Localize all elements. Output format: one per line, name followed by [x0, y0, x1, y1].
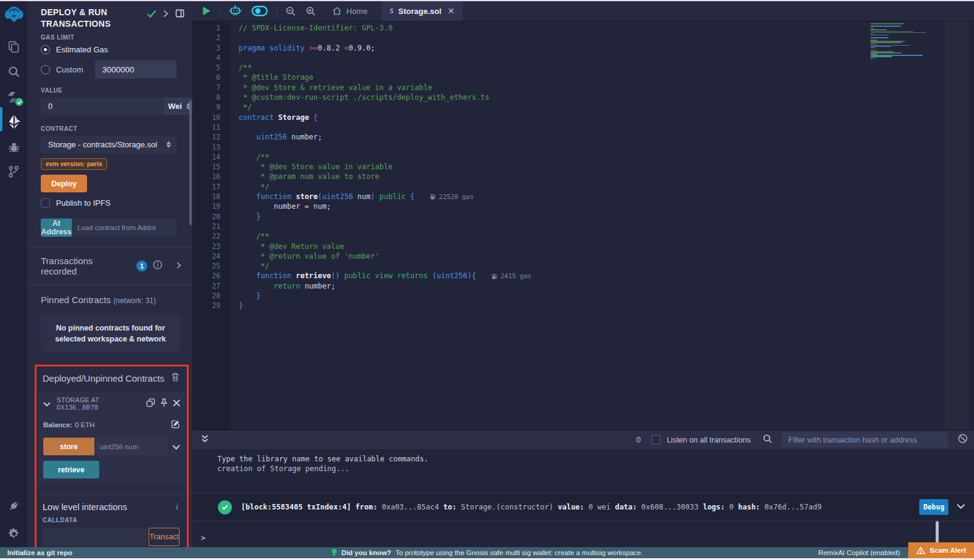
terminal-filter-input[interactable]: [782, 432, 948, 447]
tab-home[interactable]: Home: [324, 1, 376, 21]
value-label: VALUE: [41, 87, 192, 94]
code-line: * @param num value to store: [239, 172, 974, 181]
plugin-manager-icon[interactable]: [0, 495, 27, 516]
publish-ipfs-checkbox[interactable]: [41, 198, 50, 208]
remove-contract-icon[interactable]: [173, 398, 180, 409]
solidity-compiler-icon[interactable]: [0, 86, 27, 107]
transactions-info-icon[interactable]: [153, 260, 163, 272]
deploy-button[interactable]: Deploy: [41, 175, 87, 192]
code-line: */: [239, 261, 974, 271]
copilot-status[interactable]: RemixAI Copilot (enabled): [818, 549, 900, 556]
contract-label: CONTRACT: [41, 125, 192, 132]
panel-forward-icon[interactable]: [163, 9, 169, 20]
line-number: 11: [192, 122, 230, 132]
terminal-prompt[interactable]: >: [201, 533, 206, 542]
debugger-icon[interactable]: [0, 137, 27, 158]
line-number: 25: [192, 261, 230, 271]
code-line: [239, 142, 974, 152]
code-line: contract Storage {: [239, 113, 974, 122]
search-plugin-icon[interactable]: [0, 61, 27, 82]
pin-contract-icon[interactable]: [160, 398, 168, 410]
clear-console-icon[interactable]: [958, 433, 968, 446]
line-number: 26: [192, 271, 230, 281]
editor-scrollbar-track[interactable]: [945, 21, 969, 430]
custom-gas-input[interactable]: [95, 60, 177, 79]
contract-collapse-icon[interactable]: [43, 398, 51, 409]
pinned-network-text: (network: 31): [113, 296, 156, 305]
minimap-line: [871, 32, 926, 33]
settings-gear-icon[interactable]: [0, 523, 27, 544]
terminal-body[interactable]: Type the library name to see available c…: [192, 449, 974, 547]
transact-button[interactable]: Transact: [149, 528, 180, 546]
panel-scrollbar[interactable]: [189, 100, 192, 225]
custom-gas-radio[interactable]: [41, 65, 50, 74]
tab-storage-sol[interactable]: S Storage.sol ✕: [382, 1, 463, 21]
code-line: * @dev Store & retrieve value in a varia…: [239, 83, 974, 93]
copilot-toggle-icon[interactable]: [247, 1, 273, 21]
evm-version-badge: evm version: paris: [41, 158, 107, 170]
line-number: 17: [192, 182, 230, 192]
pin-panel-icon[interactable]: [175, 9, 184, 20]
compile-success-badge: [15, 98, 23, 106]
code-line: * @return value of 'number': [239, 251, 974, 261]
at-address-button[interactable]: At Address: [41, 219, 72, 237]
listen-all-label: Listen on all transactions: [667, 436, 751, 444]
transactions-expand-icon[interactable]: [177, 261, 181, 271]
git-init-status[interactable]: Initialize as git repo: [7, 549, 72, 556]
zoom-out-icon[interactable]: [281, 1, 301, 21]
at-address-input[interactable]: [72, 219, 177, 237]
scam-alert-button[interactable]: Scam Alert: [908, 542, 974, 558]
zoom-in-icon[interactable]: [301, 1, 321, 21]
deployed-contract-card: STORAGE AT 0X136...8B78: [38, 391, 185, 486]
clear-deployed-trash-icon[interactable]: [171, 373, 180, 384]
line-number: 28: [192, 291, 230, 301]
deploy-run-icon[interactable]: [0, 112, 27, 133]
store-arg-input[interactable]: [94, 438, 167, 455]
line-number: 2: [192, 33, 230, 43]
listen-all-checkbox[interactable]: [651, 435, 660, 444]
remix-logo-icon[interactable]: [0, 1, 27, 28]
low-level-info-icon[interactable]: i: [176, 502, 178, 512]
store-function-button[interactable]: store: [43, 438, 94, 455]
code-line: [239, 33, 974, 43]
retrieve-function-button[interactable]: retrieve: [43, 461, 99, 478]
terminal-collapse-icon[interactable]: [201, 435, 209, 446]
contract-select[interactable]: Storage - contracts/Storage.sol: [41, 136, 177, 153]
line-number: 5: [192, 63, 230, 72]
copy-address-icon[interactable]: [146, 398, 155, 410]
line-number: 7: [192, 83, 230, 93]
git-icon[interactable]: [0, 161, 27, 182]
ai-copilot-robot-icon[interactable]: [224, 1, 247, 21]
transactions-recorded-row[interactable]: Transactions recorded 1: [27, 247, 192, 285]
expand-log-icon[interactable]: [956, 503, 965, 511]
value-unit-select[interactable]: Wei: [163, 97, 192, 115]
minimap-line: [871, 59, 872, 60]
value-input[interactable]: [41, 97, 163, 115]
estimated-gas-radio[interactable]: [41, 45, 50, 54]
code-editor[interactable]: 1234567891011121314151617181920212223242…: [192, 21, 974, 430]
line-number: 4: [192, 53, 230, 63]
debug-button[interactable]: Debug: [919, 499, 948, 515]
minimap-line: [871, 45, 909, 46]
calldata-input[interactable]: [43, 528, 147, 546]
minimap[interactable]: [871, 23, 942, 60]
transactions-count-badge: 1: [136, 261, 147, 271]
run-script-play-icon[interactable]: [197, 1, 216, 21]
file-explorer-icon[interactable]: [0, 37, 27, 57]
code-line: }: [239, 301, 974, 310]
terminal-search-icon[interactable]: [763, 434, 773, 446]
tx-success-icon: [218, 500, 232, 514]
edit-balance-icon[interactable]: [171, 419, 180, 430]
minimap-line: [871, 46, 891, 47]
tab-close-icon[interactable]: ✕: [447, 6, 455, 16]
line-number: 8: [192, 93, 230, 102]
line-number: 14: [192, 152, 230, 162]
minimap-line: [871, 29, 887, 30]
line-number: 15: [192, 162, 230, 172]
terminal-scrollbar[interactable]: [936, 521, 939, 543]
code-line: // SPDX-License-Identifier: GPL-3.0: [239, 23, 974, 33]
expand-args-icon[interactable]: [172, 441, 180, 452]
transaction-log-row[interactable]: [block:5583405 txIndex:4] from: 0xa03...…: [192, 493, 974, 521]
code-lines: // SPDX-License-Identifier: GPL-3.0pragm…: [230, 21, 974, 430]
contract-updown-icon: [166, 141, 171, 148]
